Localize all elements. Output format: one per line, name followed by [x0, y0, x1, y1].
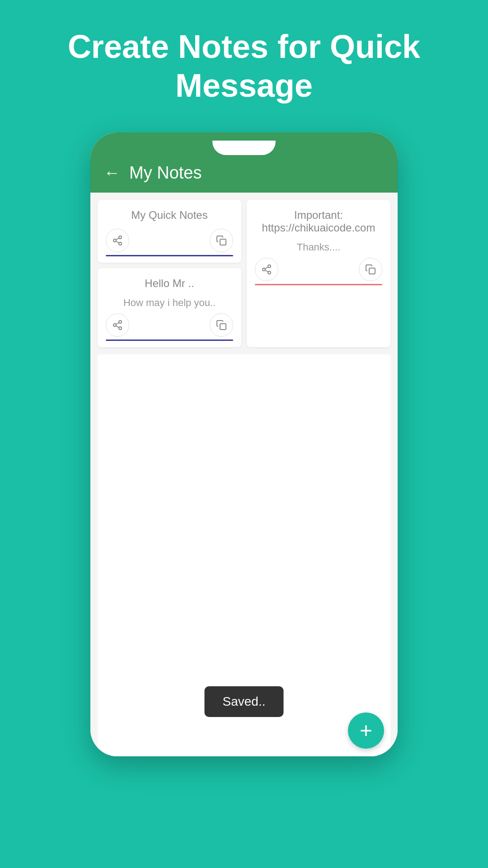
note-title-2: Important: https://chikuaicode.com: [255, 209, 382, 234]
svg-line-15: [265, 270, 268, 272]
note-card-2: Important: https://chikuaicode.com Thank…: [247, 200, 390, 347]
note-divider-3: [106, 340, 233, 341]
share-button-2[interactable]: [255, 258, 278, 281]
note-title-1: My Quick Notes: [106, 209, 233, 222]
fab-add-button[interactable]: +: [348, 712, 384, 749]
phone-mockup: ← My Notes My Quick Notes: [90, 132, 398, 756]
hero-title: Create Notes for Quick Message: [0, 0, 488, 123]
note-card-1: My Quick Notes: [98, 200, 241, 263]
note-subtitle-3: How may i help you..: [106, 297, 233, 309]
svg-line-10: [116, 322, 119, 324]
toast-message: Saved..: [205, 686, 284, 717]
phone-notch: [212, 141, 276, 155]
copy-icon-2: [365, 264, 376, 275]
phone-notch-area: [90, 132, 398, 155]
svg-point-8: [119, 327, 122, 330]
app-header: ← My Notes: [90, 155, 398, 193]
phone-content: My Quick Notes: [90, 193, 398, 756]
share-icon-2: [261, 264, 272, 275]
note-actions-1: [106, 229, 233, 252]
svg-point-14: [268, 271, 271, 274]
share-icon-1: [112, 235, 123, 246]
note-card-3: Hello Mr .. How may i help you..: [98, 268, 241, 347]
share-button-3[interactable]: [106, 313, 129, 337]
svg-rect-17: [369, 268, 375, 274]
note-subtitle-2: Thanks....: [255, 241, 382, 253]
copy-button-1[interactable]: [210, 229, 233, 252]
svg-rect-5: [220, 239, 226, 245]
svg-point-7: [113, 324, 116, 326]
app-header-title: My Notes: [129, 163, 202, 183]
note-divider-1: [106, 255, 233, 256]
copy-button-3[interactable]: [210, 313, 233, 337]
svg-rect-11: [220, 324, 226, 330]
svg-line-3: [116, 241, 119, 243]
copy-icon-1: [216, 235, 227, 246]
note-actions-3: [106, 313, 233, 337]
svg-point-0: [119, 236, 122, 239]
share-button-1[interactable]: [106, 229, 129, 252]
back-button[interactable]: ←: [104, 163, 120, 182]
svg-point-2: [119, 242, 122, 245]
svg-point-12: [268, 265, 271, 268]
copy-icon-3: [216, 320, 227, 330]
notes-grid: My Quick Notes: [90, 193, 398, 354]
svg-line-16: [265, 267, 268, 269]
note-divider-2: [255, 284, 382, 285]
note-title-3: Hello Mr ..: [106, 277, 233, 290]
svg-line-9: [116, 326, 119, 327]
svg-point-1: [113, 239, 116, 242]
copy-button-2[interactable]: [359, 258, 382, 281]
note-actions-2: [255, 258, 382, 281]
svg-point-6: [119, 321, 122, 323]
svg-line-4: [116, 238, 119, 240]
svg-point-13: [263, 268, 265, 271]
share-icon-3: [112, 320, 123, 330]
